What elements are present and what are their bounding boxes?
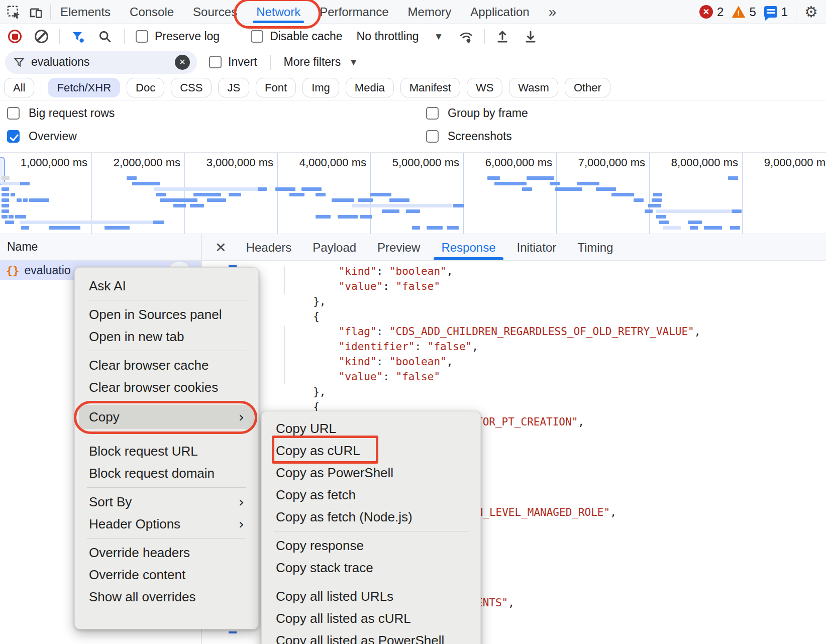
chip-other[interactable]: Other <box>565 78 610 97</box>
divider <box>484 29 485 44</box>
settings-gear-icon[interactable]: ⚙ <box>804 5 818 20</box>
chip-all[interactable]: All <box>4 78 34 97</box>
menu-item-copy[interactable]: Copy› <box>79 405 254 429</box>
tab-console[interactable]: Console <box>120 0 183 24</box>
console-message-count[interactable]: 1 <box>764 5 788 19</box>
console-error-count[interactable]: ✕ 2 <box>699 5 724 19</box>
tab-network[interactable]: Network <box>247 0 310 24</box>
group-by-frame-checkbox[interactable]: Group by frame <box>426 106 528 120</box>
menu-item-copy-all-listed-urls[interactable]: Copy all listed URLs <box>266 585 476 607</box>
more-tabs-icon[interactable]: » <box>539 0 566 24</box>
menu-item-header-options[interactable]: Header Options› <box>79 513 254 535</box>
screenshots-checkbox[interactable]: Screenshots <box>426 130 512 143</box>
tab-underline <box>434 257 503 260</box>
waterfall-bar <box>156 193 166 196</box>
clear-network-log-icon[interactable] <box>35 30 48 43</box>
menu-item-override-headers[interactable]: Override headers <box>79 542 254 564</box>
waterfall-bar <box>704 226 722 230</box>
name-column-header[interactable]: Name <box>7 240 38 254</box>
waterfall-bar <box>20 221 154 224</box>
menu-item-clear-browser-cache[interactable]: Clear browser cache <box>79 354 254 376</box>
export-har-icon[interactable] <box>523 29 538 44</box>
waterfall-bar <box>653 193 662 196</box>
disable-cache-checkbox[interactable]: Disable cache <box>251 30 342 43</box>
time-tick-label: 4,000,000 ms <box>266 156 366 169</box>
waterfall-bar <box>20 182 30 185</box>
menu-item-sort-by[interactable]: Sort By› <box>79 491 254 513</box>
preserve-log-checkbox[interactable]: Preserve log <box>136 30 220 43</box>
more-filters-button[interactable]: More filters ▼ <box>284 55 359 69</box>
inspect-element-icon[interactable] <box>6 5 21 20</box>
close-icon[interactable]: ✕ <box>202 240 236 256</box>
import-har-icon[interactable] <box>495 29 510 44</box>
network-conditions-icon[interactable] <box>458 29 474 44</box>
waterfall-bar <box>358 198 373 202</box>
chip-fetch-xhr[interactable]: Fetch/XHR <box>48 78 120 97</box>
clear-filter-icon[interactable]: ✕ <box>175 55 190 70</box>
menu-item-copy-url[interactable]: Copy URL <box>266 417 476 440</box>
divider <box>796 5 796 20</box>
menu-item-open-in-sources-panel[interactable]: Open in Sources panel <box>79 303 254 326</box>
menu-item-ask-ai[interactable]: Ask AI <box>79 275 254 297</box>
overview-checkbox[interactable]: Overview <box>7 130 77 143</box>
waterfall-bar <box>207 198 226 202</box>
menu-item-copy-as-powershell[interactable]: Copy as PowerShell <box>266 462 476 484</box>
big-request-rows-checkbox[interactable]: Big request rows <box>7 106 115 120</box>
tab-memory[interactable]: Memory <box>398 0 461 24</box>
devtools-tabbar: Elements Console Sources Network Perform… <box>0 0 826 24</box>
menu-item-copy-all-listed-as-curl[interactable]: Copy all listed as cURL <box>266 607 476 629</box>
search-icon[interactable] <box>98 30 112 44</box>
menu-item-override-content[interactable]: Override content <box>79 564 254 586</box>
menu-separator <box>274 582 468 582</box>
chip-doc[interactable]: Doc <box>127 78 164 97</box>
throttling-select[interactable]: No throttling ▼ <box>357 30 444 43</box>
tab-preview[interactable]: Preview <box>367 234 431 261</box>
waterfall-bar <box>648 204 661 207</box>
tab-initiator[interactable]: Initiator <box>506 234 567 261</box>
chip-font[interactable]: Font <box>256 78 296 97</box>
filter-input-value: evaluations <box>31 55 175 69</box>
device-toolbar-icon[interactable] <box>28 5 43 20</box>
tab-application[interactable]: Application <box>461 0 539 24</box>
record-button[interactable] <box>8 30 22 43</box>
menu-item-copy-as-fetch[interactable]: Copy as fetch <box>266 484 476 506</box>
waterfall-bar <box>596 187 616 191</box>
chip-wasm[interactable]: Wasm <box>509 78 558 97</box>
menu-item-show-all-overrides[interactable]: Show all overrides <box>79 586 254 608</box>
chip-ws[interactable]: WS <box>467 78 502 97</box>
filter-icon[interactable] <box>71 30 85 44</box>
invert-checkbox[interactable]: Invert <box>209 55 257 69</box>
menu-item-copy-stack-trace[interactable]: Copy stack trace <box>266 557 476 579</box>
tab-sources[interactable]: Sources <box>183 0 247 24</box>
menu-item-block-request-url[interactable]: Block request URL <box>79 440 254 462</box>
chip-media[interactable]: Media <box>346 78 394 97</box>
menu-item-copy-as-curl[interactable]: Copy as cURL <box>266 440 476 462</box>
waterfall-bar <box>15 215 26 219</box>
menu-item-copy-all-listed-as-powershell[interactable]: Copy all listed as PowerShell <box>266 629 476 644</box>
network-overview-timeline[interactable]: 1,000,000 ms2,000,000 ms3,000,000 ms4,00… <box>0 152 826 234</box>
tab-elements[interactable]: Elements <box>51 0 120 24</box>
chip-css[interactable]: CSS <box>171 78 212 97</box>
console-warning-count[interactable]: ! 5 <box>732 5 756 19</box>
tab-timing[interactable]: Timing <box>567 234 624 261</box>
tab-performance[interactable]: Performance <box>310 0 398 24</box>
menu-item-clear-browser-cookies[interactable]: Clear browser cookies <box>79 376 254 398</box>
chip-img[interactable]: Img <box>302 78 339 97</box>
fold-marker-icon[interactable] <box>229 631 237 633</box>
menu-item-copy-response[interactable]: Copy response <box>266 534 476 557</box>
waterfall-bar <box>577 182 599 185</box>
chip-manifest[interactable]: Manifest <box>400 78 460 97</box>
menu-item-block-request-domain[interactable]: Block request domain <box>79 462 254 484</box>
menu-item-copy-as-fetch-node-js-[interactable]: Copy as fetch (Node.js) <box>266 506 476 528</box>
tab-underline <box>253 21 304 23</box>
waterfall-bar <box>2 176 10 180</box>
fold-marker-icon[interactable] <box>229 265 237 267</box>
tab-response[interactable]: Response <box>431 234 506 261</box>
waterfall-bar <box>173 204 186 207</box>
detail-tabbar: ✕ Headers Payload Preview Response Initi… <box>202 234 826 261</box>
tab-headers[interactable]: Headers <box>236 234 302 261</box>
filter-input[interactable]: evaluations ✕ <box>5 51 197 74</box>
chip-js[interactable]: JS <box>218 78 249 97</box>
menu-item-open-in-new-tab[interactable]: Open in new tab <box>79 326 254 348</box>
tab-payload[interactable]: Payload <box>302 234 367 261</box>
